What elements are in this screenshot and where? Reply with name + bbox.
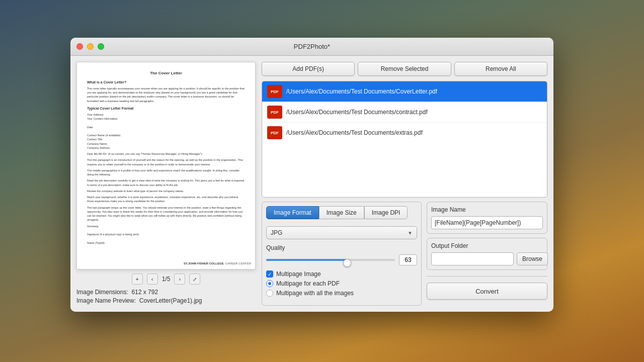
window-body: The Cover Letter What is a Cover Letter?… (70, 56, 553, 312)
multipage-all-images-row: Multipage with all the images (266, 290, 417, 297)
pdf-para3: Read the job description carefully to ge… (87, 178, 245, 187)
maximize-button[interactable] (98, 43, 104, 50)
pdf-para1: The first paragraph is an introduction o… (87, 158, 245, 166)
tab-image-format[interactable]: Image Format (266, 206, 319, 219)
page-indicator: 1/5 (162, 276, 171, 283)
folder-row: Browse (431, 252, 543, 265)
pdf-closing: Sincerely,Signature (if a physical copy … (87, 224, 245, 245)
dimensions-line: Image Dimensions: 612 x 792 (76, 289, 256, 296)
app-window: PDF2Photo* The Cover Letter What is a Co… (70, 38, 553, 312)
bottom-section: Image Format Image Size Image DPI JPG ▼ (262, 202, 547, 306)
preview-controls: + ‹ 1/5 › ⤢ (76, 274, 256, 285)
multipage-each-pdf-row: Multipage for each PDF (266, 280, 417, 287)
format-tabs: Image Format Image Size Image DPI (266, 206, 417, 219)
pdf-subtitle2: Typical Cover Letter Format (87, 106, 245, 111)
quality-slider-track (266, 259, 395, 261)
right-panel: Add PDF(s) Remove Selected Remove All PD… (262, 56, 553, 312)
name-preview-label: Image Name Preview: (76, 297, 136, 304)
pdf-para4: Review the company website to learn what… (87, 189, 245, 193)
pdf-para6: The last paragraph wraps up the cover le… (87, 206, 245, 222)
pdf-footer: ST.JOHN FISHER COLLEGE CAREER CENTER (184, 262, 251, 265)
pdf-salutation: Dear Ms./Mr./Dr. (if no contact, you can… (87, 152, 245, 156)
quality-slider-thumb[interactable] (343, 259, 351, 267)
prev-page-button[interactable]: ‹ (147, 274, 158, 285)
output-folder-label: Output Folder (431, 242, 543, 249)
dimensions-label: Image Dimensions: (76, 289, 128, 296)
preview-panel: The Cover Letter What is a Cover Letter?… (70, 56, 262, 312)
quality-label: Quality (266, 244, 417, 251)
quality-slider-container (266, 255, 395, 265)
output-folder-section: Output Folder Browse (427, 238, 547, 270)
pdf-para2: The middle paragraph(s) is a profile of … (87, 168, 245, 177)
tab-image-dpi[interactable]: Image DPI (364, 206, 408, 219)
multipage-image-label: Multipage Image (276, 270, 321, 278)
file-path: /Users/Alex/Documents/Test Documents/Cov… (286, 88, 437, 95)
pdf-preview: The Cover Letter What is a Cover Letter?… (76, 62, 256, 269)
chevron-down-icon: ▼ (408, 230, 413, 236)
browse-button[interactable]: Browse (517, 252, 548, 265)
file-path: /Users/Alex/Documents/Test Documents/con… (286, 109, 428, 116)
pdf-address: Your AddressYour Contact InformationDate… (87, 113, 245, 150)
footer-logo: ST.JOHN FISHER COLLEGE CAREER CENTER (184, 262, 251, 265)
window-controls (76, 43, 104, 50)
pdf-para5: Match your background, whether it is wor… (87, 195, 245, 204)
multipage-image-checkbox[interactable] (266, 270, 273, 278)
multipage-all-images-label: Multipage with all the images (276, 290, 354, 297)
name-preview-line: Image Name Preview: CoverLetter(Page1).j… (76, 297, 256, 304)
file-item[interactable]: PDF /Users/Alex/Documents/Test Documents… (262, 81, 547, 102)
divider (427, 276, 547, 277)
tab-image-size[interactable]: Image Size (319, 206, 364, 219)
convert-button[interactable]: Convert (427, 283, 547, 300)
multipage-image-row: Multipage Image (266, 270, 417, 278)
pdf-file-icon: PDF (267, 85, 282, 98)
top-buttons: Add PDF(s) Remove Selected Remove All (262, 62, 547, 76)
pdf-file-icon: PDF (267, 126, 282, 139)
remove-all-button[interactable]: Remove All (454, 62, 547, 76)
plus-button[interactable]: + (132, 274, 143, 285)
pdf-file-icon: PDF (267, 106, 282, 119)
multipage-all-images-radio[interactable] (266, 290, 273, 297)
image-name-section: Image Name (427, 202, 547, 234)
dimensions-value: 612 x 792 (131, 289, 158, 296)
format-row: JPG ▼ (266, 226, 417, 239)
file-item[interactable]: PDF /Users/Alex/Documents/Test Documents… (262, 102, 547, 123)
pdf-title: The Cover Letter (87, 70, 245, 76)
image-settings: Image Name Output Folder Browse Convert (427, 202, 547, 306)
multipage-each-pdf-label: Multipage for each PDF (276, 280, 340, 287)
format-select[interactable]: JPG ▼ (266, 226, 417, 239)
remove-selected-button[interactable]: Remove Selected (358, 62, 451, 76)
file-item[interactable]: PDF /Users/Alex/Documents/Test Documents… (262, 123, 547, 143)
quality-value[interactable]: 63 (399, 254, 417, 265)
format-selected-value: JPG (271, 229, 282, 236)
file-path: /Users/Alex/Documents/Test Documents/ext… (286, 129, 423, 136)
pdf-body1: The cover letter typically accompanies y… (87, 86, 245, 103)
expand-button[interactable]: ⤢ (189, 274, 200, 285)
next-page-button[interactable]: › (174, 274, 185, 285)
title-bar: PDF2Photo* (70, 38, 553, 56)
output-folder-input[interactable] (431, 252, 514, 265)
minimize-button[interactable] (87, 43, 94, 50)
pdf-subtitle: What is a Cover Letter? (87, 80, 245, 85)
settings-panel: Image Format Image Size Image DPI JPG ▼ (262, 202, 422, 306)
window-title: PDF2Photo* (294, 43, 330, 50)
close-button[interactable] (76, 43, 83, 50)
tab-content: JPG ▼ Quality 63 (266, 224, 417, 301)
add-pdf-button[interactable]: Add PDF(s) (262, 62, 355, 76)
file-list: PDF /Users/Alex/Documents/Test Documents… (262, 81, 547, 198)
preview-info: Image Dimensions: 612 x 792 Image Name P… (76, 289, 256, 306)
name-preview-value: CoverLetter(Page1).jpg (139, 297, 202, 304)
image-name-label: Image Name (431, 206, 543, 213)
image-name-input[interactable] (431, 216, 543, 229)
pdf-content-area: The Cover Letter What is a Cover Letter?… (77, 62, 255, 255)
quality-row: 63 (266, 254, 417, 265)
multipage-each-pdf-radio[interactable] (266, 280, 273, 287)
